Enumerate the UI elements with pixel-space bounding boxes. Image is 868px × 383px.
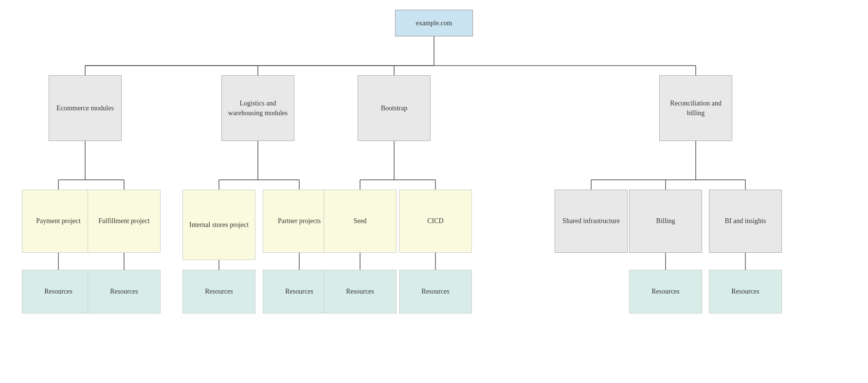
root-node: example.com xyxy=(395,10,473,36)
resources-billing: Resources xyxy=(629,270,702,313)
cicd-node: CICD xyxy=(399,190,472,253)
resources-internal: Resources xyxy=(182,270,255,313)
billing-node: Billing xyxy=(629,190,702,253)
resources-payment: Resources xyxy=(22,270,95,313)
bi-node: BI and insights xyxy=(709,190,782,253)
bootstrap-node: Bootstrap xyxy=(358,75,431,141)
resources-bi: Resources xyxy=(709,270,782,313)
resources-seed: Resources xyxy=(324,270,397,313)
reconciliation-node: Reconciliation and billing xyxy=(659,75,732,141)
seed-node: Seed xyxy=(324,190,397,253)
payment-node: Payment project xyxy=(22,190,95,253)
org-chart: example.com Ecommerce modules Logistics … xyxy=(0,0,868,383)
logistics-node: Logistics and warehousing modules xyxy=(221,75,294,141)
shared-infra-node: Shared infrastructure xyxy=(555,190,628,253)
fulfillment-node: Fulfillment project xyxy=(88,190,161,253)
ecommerce-node: Ecommerce modules xyxy=(49,75,122,141)
resources-cicd: Resources xyxy=(399,270,472,313)
resources-fulfillment: Resources xyxy=(88,270,161,313)
internal-stores-node: Internal stores project xyxy=(182,190,255,260)
